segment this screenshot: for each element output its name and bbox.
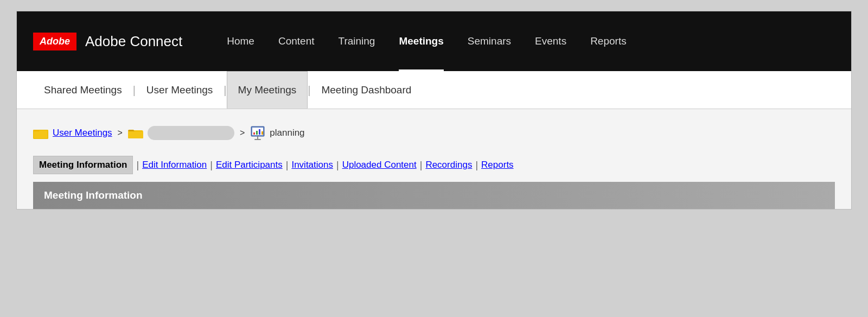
nav-item-seminars[interactable]: Seminars bbox=[456, 11, 523, 71]
svg-rect-9 bbox=[259, 129, 260, 135]
nav-item-events[interactable]: Events bbox=[523, 11, 578, 71]
tab-meeting-information-label: Meeting Information bbox=[39, 160, 127, 170]
tab-uploaded-content-link[interactable]: Uploaded Content bbox=[342, 160, 417, 170]
tab-edit-information-link[interactable]: Edit Information bbox=[142, 160, 207, 170]
svg-rect-11 bbox=[257, 136, 258, 139]
logo-area: Adobe Adobe Connect bbox=[33, 33, 182, 50]
breadcrumb-blurred-name bbox=[148, 126, 234, 140]
breadcrumb-meeting-name: planning bbox=[270, 128, 304, 138]
breadcrumb: User Meetings > > bbox=[33, 125, 835, 141]
nav-item-home[interactable]: Home bbox=[215, 11, 266, 71]
breadcrumb-sep-2: > bbox=[240, 128, 245, 138]
subnav-my-meetings[interactable]: My Meetings bbox=[227, 71, 308, 109]
svg-rect-7 bbox=[253, 132, 255, 135]
tab-reports[interactable]: Reports bbox=[481, 156, 514, 174]
tab-meeting-information[interactable]: Meeting Information bbox=[33, 156, 133, 174]
app-container: Adobe Adobe Connect Home Content Trainin… bbox=[16, 11, 852, 210]
tab-edit-participants-link[interactable]: Edit Participants bbox=[216, 160, 283, 170]
tab-invitations[interactable]: Invitations bbox=[291, 156, 333, 174]
tab-sep-6: | bbox=[475, 160, 478, 171]
subnav-user-meetings[interactable]: User Meetings bbox=[136, 71, 224, 109]
tab-sep-4: | bbox=[336, 160, 339, 171]
nav-item-meetings[interactable]: Meetings bbox=[387, 11, 455, 71]
content-area: User Meetings > > bbox=[17, 109, 851, 209]
tab-reports-link[interactable]: Reports bbox=[481, 160, 514, 170]
tab-recordings-link[interactable]: Recordings bbox=[425, 160, 472, 170]
tab-recordings[interactable]: Recordings bbox=[425, 156, 472, 174]
tab-edit-participants[interactable]: Edit Participants bbox=[216, 156, 283, 174]
tab-sep-2: | bbox=[210, 160, 213, 171]
nav-item-content[interactable]: Content bbox=[266, 11, 327, 71]
app-title: Adobe Connect bbox=[85, 33, 182, 50]
nav-item-training[interactable]: Training bbox=[326, 11, 387, 71]
adobe-badge: Adobe bbox=[33, 33, 76, 50]
tab-sep-1: | bbox=[136, 160, 139, 171]
folder-icon-middle bbox=[128, 126, 143, 140]
tab-edit-information[interactable]: Edit Information bbox=[142, 156, 207, 174]
section-header: Meeting Information bbox=[33, 182, 835, 209]
tab-sep-5: | bbox=[420, 160, 423, 171]
svg-rect-10 bbox=[261, 131, 263, 135]
subnav-meeting-dashboard[interactable]: Meeting Dashboard bbox=[310, 71, 422, 109]
meeting-icon bbox=[250, 125, 265, 141]
sub-navigation: Shared Meetings | User Meetings | My Mee… bbox=[17, 71, 851, 109]
svg-rect-12 bbox=[254, 139, 261, 140]
meeting-tabs: Meeting Information | Edit Information |… bbox=[33, 156, 835, 174]
tab-uploaded-content[interactable]: Uploaded Content bbox=[342, 156, 417, 174]
svg-rect-4 bbox=[128, 131, 143, 138]
nav-items: Home Content Training Meetings Seminars … bbox=[215, 11, 638, 71]
section-header-title: Meeting Information bbox=[44, 189, 143, 201]
top-navigation: Adobe Adobe Connect Home Content Trainin… bbox=[17, 11, 851, 71]
nav-item-reports[interactable]: Reports bbox=[578, 11, 639, 71]
svg-rect-8 bbox=[256, 131, 258, 135]
tab-invitations-link[interactable]: Invitations bbox=[291, 160, 333, 170]
tab-sep-3: | bbox=[286, 160, 289, 171]
breadcrumb-sep-1: > bbox=[118, 128, 123, 138]
subnav-shared-meetings[interactable]: Shared Meetings bbox=[33, 71, 133, 109]
folder-icon-user-meetings bbox=[33, 126, 48, 140]
svg-rect-2 bbox=[34, 130, 48, 138]
breadcrumb-user-meetings-link[interactable]: User Meetings bbox=[53, 128, 112, 138]
